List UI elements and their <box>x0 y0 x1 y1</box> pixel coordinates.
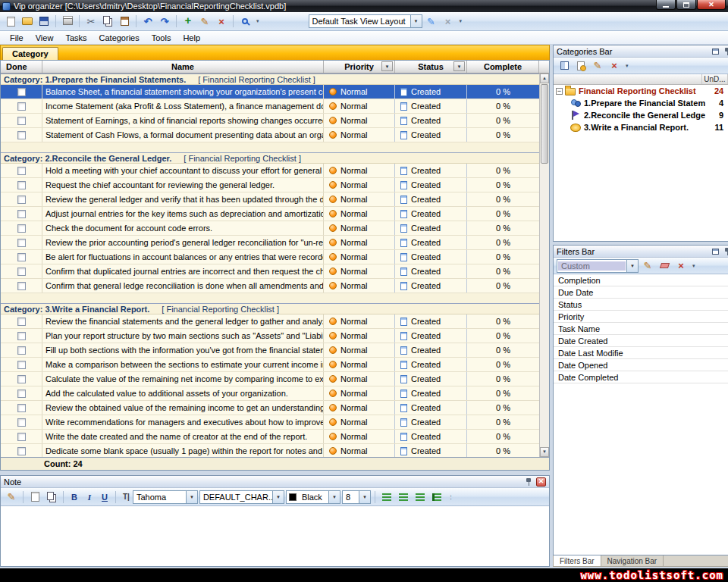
task-checkbox[interactable] <box>17 117 26 125</box>
task-view-layout-select[interactable]: Default Task View Layout ▼ <box>309 14 422 28</box>
bold-button[interactable]: B <box>67 490 81 504</box>
search-button[interactable] <box>237 14 253 29</box>
task-row[interactable]: Write the date created and the name of c… <box>1 430 539 444</box>
clear-filter-button[interactable] <box>657 258 672 274</box>
task-row[interactable]: Dedicate some blank space (usually 1 pag… <box>1 444 539 457</box>
menu-item-view[interactable]: View <box>30 32 60 44</box>
underline-button[interactable]: U <box>98 490 111 504</box>
task-row[interactable]: Review the financial statements and the … <box>1 314 539 329</box>
task-row[interactable]: Hold a meeting with your chief accountan… <box>1 164 539 178</box>
task-row[interactable]: Statement of Cash Flows, a formal docume… <box>1 128 539 142</box>
filter-row[interactable]: Date Last Modifie▼ <box>554 347 728 359</box>
filter-row[interactable]: Date Completed▼ <box>554 371 728 383</box>
note-load-button[interactable] <box>27 490 42 505</box>
scrollbar-track[interactable] <box>540 164 549 447</box>
task-row[interactable]: Be alert for fluctuations in account bal… <box>1 250 539 264</box>
add-category-button[interactable] <box>573 58 588 74</box>
task-checkbox[interactable] <box>17 361 26 369</box>
task-checkbox[interactable] <box>17 88 26 96</box>
task-row[interactable]: Fill up both sections with the informati… <box>1 343 539 358</box>
save-button[interactable] <box>36 14 52 29</box>
filter-row[interactable]: Priority▼ <box>554 311 728 323</box>
priority-filter-dropdown[interactable]: ▼ <box>381 61 393 71</box>
task-row[interactable]: Make a comparison between the sections t… <box>1 358 539 372</box>
task-checkbox[interactable] <box>17 131 26 139</box>
menu-item-categories[interactable]: Categories <box>93 32 146 44</box>
task-checkbox[interactable] <box>17 181 26 189</box>
task-row[interactable]: Review the general ledger and verify tha… <box>1 192 539 207</box>
tree-collapse-box[interactable]: − <box>556 88 563 95</box>
toolbar-overflow-arrow[interactable]: ▾ <box>623 63 631 69</box>
pin-button[interactable] <box>723 247 728 256</box>
paste-button[interactable] <box>117 14 132 29</box>
task-checkbox[interactable] <box>17 433 26 441</box>
task-checkbox[interactable] <box>17 447 26 455</box>
column-header-status[interactable]: Status▼ <box>395 61 467 73</box>
scroll-up-button[interactable]: ▲ <box>540 74 549 83</box>
font-color-select[interactable]: Black ▼ <box>286 490 340 504</box>
website-url[interactable]: www.todolistsoft.com <box>580 569 723 581</box>
category-tree-item[interactable]: 3.Write a Financial Report.1111 <box>554 121 728 133</box>
task-row[interactable]: Add the calculated value to additional a… <box>1 386 539 401</box>
task-checkbox[interactable] <box>17 224 26 233</box>
italic-button[interactable]: I <box>83 490 96 504</box>
task-checkbox[interactable] <box>17 196 26 204</box>
float-button[interactable] <box>711 47 720 56</box>
task-row[interactable]: Write recommendations for managers and e… <box>1 415 539 430</box>
task-row[interactable]: Confirm that duplicated journal entries … <box>1 264 539 279</box>
task-row[interactable]: Plan your report structure by two main s… <box>1 329 539 343</box>
task-row[interactable]: Income Statement (aka Profit & Loss Stat… <box>1 99 539 114</box>
note-save-button[interactable] <box>44 490 59 505</box>
column-header-priority[interactable]: Priority▼ <box>324 61 395 73</box>
menu-item-tools[interactable]: Tools <box>146 32 177 44</box>
task-checkbox[interactable] <box>17 210 26 218</box>
bullet-list-button[interactable] <box>429 490 444 505</box>
edit-task-button[interactable] <box>197 14 212 29</box>
pin-button[interactable] <box>524 477 534 487</box>
filter-row[interactable]: Date Created▼ <box>554 335 728 347</box>
task-row[interactable]: Review the obtained value of the remaini… <box>1 401 539 415</box>
scrollbar-thumb[interactable] <box>541 84 548 164</box>
edit-category-button[interactable] <box>590 58 605 74</box>
task-row[interactable]: Balance Sheet, a financial statement sho… <box>1 85 539 99</box>
float-button[interactable] <box>711 247 720 256</box>
pin-button[interactable] <box>723 47 728 56</box>
align-right-button[interactable] <box>413 490 428 505</box>
reorder-categories-button[interactable] <box>557 58 572 74</box>
delete-filter-button[interactable] <box>673 258 689 274</box>
task-row[interactable]: Review the prior accounting period's gen… <box>1 236 539 250</box>
delete-category-button[interactable] <box>607 58 622 74</box>
maximize-button[interactable] <box>676 0 696 10</box>
align-left-button[interactable] <box>379 490 394 505</box>
filter-row[interactable]: Date Opened▼ <box>554 359 728 371</box>
toolbar-overflow-arrow[interactable]: ▾ <box>690 263 698 269</box>
task-checkbox[interactable] <box>17 346 26 355</box>
category-tree-item[interactable]: −Financial Reporting Checklist2424 <box>554 85 728 97</box>
category-tree-item[interactable]: 2.Reconcile the General Ledge99 <box>554 109 728 121</box>
char-style-select[interactable]: DEFAULT_CHAR... ▼ <box>199 490 284 504</box>
edit-layout-button[interactable] <box>424 14 439 29</box>
menu-item-tasks[interactable]: Tasks <box>59 32 93 44</box>
column-header-name[interactable]: Name <box>42 61 324 73</box>
cut-button[interactable] <box>83 14 99 29</box>
task-row[interactable]: Calculate the value of the remaining net… <box>1 372 539 386</box>
task-row[interactable]: Adjust journal entries for the key items… <box>1 207 539 221</box>
status-filter-dropdown[interactable]: ▼ <box>453 61 465 71</box>
align-center-button[interactable] <box>396 490 411 505</box>
task-checkbox[interactable] <box>17 167 26 175</box>
filter-row[interactable]: Completion▼ <box>554 274 728 286</box>
filter-preset-select[interactable]: Custom ▼ <box>557 259 639 273</box>
toolbar-overflow-arrow[interactable]: ⋮ <box>446 494 456 500</box>
delete-layout-button[interactable] <box>441 14 456 29</box>
task-checkbox[interactable] <box>17 332 26 340</box>
column-header-done[interactable]: Done <box>1 61 42 73</box>
font-family-select[interactable]: Tahoma ▼ <box>133 490 198 504</box>
note-close-button[interactable]: ✕ <box>536 477 546 487</box>
menu-item-help[interactable]: Help <box>177 32 206 44</box>
add-task-button[interactable] <box>180 14 196 29</box>
task-row[interactable]: Confirm that general ledge reconciliatio… <box>1 279 539 293</box>
toolbar-overflow-arrow[interactable]: ▾ <box>457 18 465 24</box>
column-header-complete[interactable]: Complete <box>467 61 539 73</box>
redo-button[interactable] <box>157 14 172 29</box>
task-checkbox[interactable] <box>17 404 26 412</box>
